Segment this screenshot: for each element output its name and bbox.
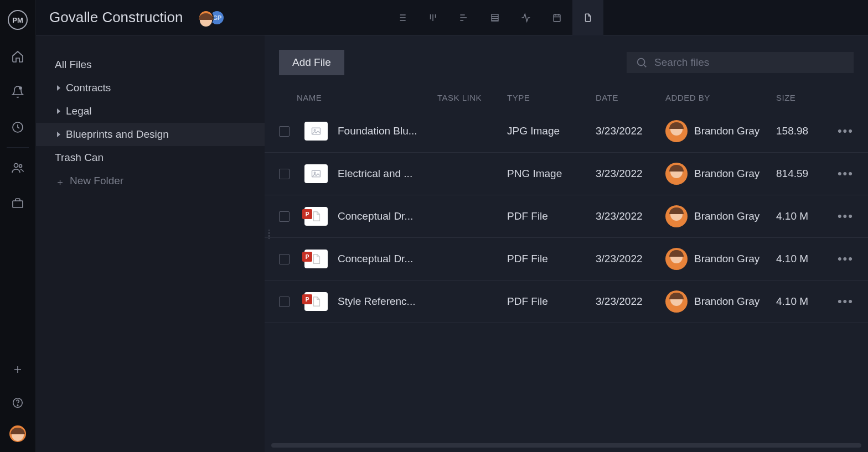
top-bar: Govalle Construction GP [36, 0, 868, 35]
col-date[interactable]: DATE [596, 93, 665, 102]
add-icon[interactable] [13, 365, 23, 375]
image-file-icon [304, 164, 328, 183]
file-added-by: Brandon Gray [665, 205, 776, 227]
col-added[interactable]: ADDED BY [665, 93, 776, 102]
image-file-icon [304, 122, 328, 141]
svg-point-0 [19, 87, 22, 89]
tree-label: Trash Can [55, 152, 104, 164]
svg-rect-8 [554, 14, 560, 21]
file-added-by: Brandon Gray [665, 248, 776, 270]
row-checkbox[interactable] [279, 126, 290, 137]
briefcase-icon[interactable] [11, 196, 24, 210]
row-checkbox[interactable] [279, 297, 290, 307]
file-type: PNG Image [507, 168, 596, 180]
search-box[interactable] [627, 52, 854, 73]
row-checkbox[interactable] [279, 211, 290, 222]
file-type: PDF File [507, 295, 596, 308]
user-avatar [665, 205, 688, 227]
file-tree: All Files ContractsLegalBlueprints and D… [36, 35, 265, 452]
caret-right-icon [57, 132, 60, 137]
file-row[interactable]: Foundation Blu... JPG Image 3/23/2022 Br… [265, 110, 868, 153]
search-icon [636, 56, 648, 69]
add-file-button[interactable]: Add File [279, 50, 344, 75]
row-checkbox[interactable] [279, 254, 290, 264]
search-input[interactable] [654, 56, 845, 69]
tree-all-files[interactable]: All Files [36, 53, 265, 76]
col-type[interactable]: TYPE [507, 93, 596, 102]
file-date: 3/23/2022 [596, 295, 665, 308]
new-folder-button[interactable]: New Folder [36, 169, 265, 193]
tree-label: Contracts [66, 82, 111, 94]
pdf-file-icon: P [304, 292, 328, 311]
file-size: 158.98 [776, 125, 826, 137]
plus-icon [56, 177, 64, 185]
content-row: All Files ContractsLegalBlueprints and D… [36, 35, 868, 452]
file-row[interactable]: P Conceptual Dr... PDF File 3/23/2022 Br… [265, 195, 868, 238]
app-logo[interactable]: PM [8, 10, 28, 30]
svg-point-9 [638, 59, 645, 66]
file-size: 4.10 M [776, 210, 826, 222]
tree-folder[interactable]: Blueprints and Design [36, 123, 265, 146]
view-list-icon[interactable] [386, 0, 417, 35]
people-icon[interactable] [11, 161, 24, 174]
view-board-icon[interactable] [417, 0, 448, 35]
col-task[interactable]: TASK LINK [437, 93, 507, 102]
file-name: Foundation Blu... [338, 125, 437, 137]
file-size: 4.10 M [776, 253, 826, 265]
svg-point-3 [19, 165, 22, 168]
svg-rect-4 [13, 201, 23, 207]
col-name[interactable]: NAME [297, 93, 437, 102]
file-name: Style Referenc... [338, 295, 437, 308]
tree-trash[interactable]: Trash Can [36, 146, 265, 169]
current-user-avatar[interactable] [9, 425, 26, 442]
row-menu-icon[interactable]: ••• [826, 294, 854, 309]
user-avatar [665, 120, 688, 142]
project-title: Govalle Construction [49, 9, 183, 26]
bell-icon[interactable] [11, 85, 24, 98]
pdf-file-icon: P [304, 207, 328, 226]
file-row[interactable]: P Conceptual Dr... PDF File 3/23/2022 Br… [265, 238, 868, 280]
home-icon[interactable] [11, 50, 24, 63]
help-icon[interactable] [12, 397, 24, 409]
user-avatar [665, 248, 688, 270]
col-size[interactable]: SIZE [776, 93, 826, 102]
caret-right-icon [57, 85, 60, 91]
file-type: PDF File [507, 253, 596, 265]
view-files-icon[interactable] [572, 0, 603, 35]
file-date: 3/23/2022 [596, 253, 665, 265]
file-added-by: Brandon Gray [665, 163, 776, 185]
file-type: JPG Image [507, 125, 596, 137]
file-type: PDF File [507, 210, 596, 222]
file-added-by: Brandon Gray [665, 120, 776, 142]
new-folder-label: New Folder [70, 175, 123, 187]
row-menu-icon[interactable]: ••• [826, 167, 854, 181]
file-row[interactable]: P Style Referenc... PDF File 3/23/2022 B… [265, 280, 868, 323]
view-gantt-icon[interactable] [448, 0, 479, 35]
view-activity-icon[interactable] [510, 0, 541, 35]
file-date: 3/23/2022 [596, 210, 665, 222]
user-avatar [665, 163, 688, 185]
user-avatar [665, 290, 688, 313]
project-members[interactable]: GP [198, 10, 225, 25]
svg-point-6 [17, 405, 18, 406]
file-name: Conceptual Dr... [338, 253, 437, 265]
file-name: Conceptual Dr... [338, 210, 437, 222]
view-tabs [386, 0, 603, 35]
file-size: 4.10 M [776, 295, 826, 308]
tree-folder[interactable]: Contracts [36, 76, 265, 100]
clock-icon[interactable] [11, 121, 24, 134]
row-menu-icon[interactable]: ••• [826, 124, 854, 138]
horizontal-scrollbar[interactable] [271, 443, 861, 448]
view-sheet-icon[interactable] [479, 0, 510, 35]
file-size: 814.59 [776, 168, 826, 180]
row-menu-icon[interactable]: ••• [826, 252, 854, 266]
tree-label: All Files [55, 59, 92, 71]
member-avatar [198, 10, 214, 25]
file-row[interactable]: Electrical and ... PNG Image 3/23/2022 B… [265, 153, 868, 195]
svg-point-13 [314, 172, 316, 174]
row-menu-icon[interactable]: ••• [826, 209, 854, 224]
tree-folder[interactable]: Legal [36, 100, 265, 123]
table-header: NAME TASK LINK TYPE DATE ADDED BY SIZE [265, 85, 868, 110]
view-calendar-icon[interactable] [541, 0, 572, 35]
row-checkbox[interactable] [279, 169, 290, 179]
